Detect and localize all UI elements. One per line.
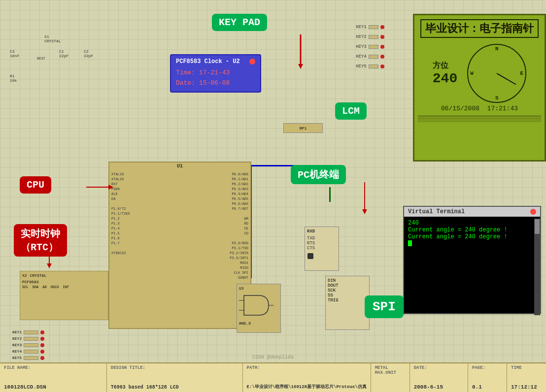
clock-close-button[interactable] [249,59,255,65]
c2-capacitor: C2 22pF [84,49,93,58]
vt-close-button[interactable] [530,209,536,215]
pcf8583-label: PCF8583 [22,280,39,284]
spi-sck: SCK [328,288,367,293]
c1-capacitor: C1 22pF [59,49,68,58]
compass-south: S [495,95,499,101]
status-bar: FILE NAME: 160128LCD.DSN DESIGN TITLE: T… [0,362,546,392]
crystal-area: X1 CRYSTAL C3 10nF C1 22pF C2 22pF R1 10… [5,30,108,128]
filename-value: 160128LCD.DSN [4,384,102,390]
bkey1-dot [40,330,44,334]
bkey2-label: KEY2 [12,336,22,341]
page-label: PAGE: [472,365,503,370]
pin-p12: P1.2 [111,217,130,221]
vt-scrollbar-thumb[interactable] [535,219,540,234]
cts-pin: CTS [307,246,315,251]
key-label-2: KEY2 [356,34,367,39]
path-value: E:\毕业设计\程序框\160128基于驱动芯片\Proteus\仿真 [247,384,367,390]
vt-line-2: Current angle = 240 degree ! [408,227,536,233]
cpu-chip-label: U1 [177,163,183,169]
bkey3-res [24,343,38,347]
date-value: 2008-6-15 [414,384,464,390]
pin-ad5: P0.5/AD5 [230,197,248,201]
clock-box: PCF8583 Clock - U2 Time: 17-21-43 Date: … [170,54,261,93]
cpu-chip: U1 XTAL19 XTAL26 RST PSEN ALE EA P1.0/T2… [108,162,251,329]
key-resistor-1 [369,25,378,29]
pin-p30-rxd: P3.0/RXD [230,241,248,245]
vt-line-3: Current angle = 240 degree ! [408,233,536,240]
and-gate-symbol [239,291,273,320]
clock-time-display: Time: 17-21-43 Date: 15-06-08 [176,68,255,89]
u3-text: AND_S [239,321,278,326]
pin-p17: P1.7 [111,241,130,245]
lcm-label: LCM [335,102,367,120]
u3-label: U3 AND_S [237,284,280,327]
pin-xt89cs: XT89CS2 [111,251,130,255]
svg-marker-3 [108,185,113,190]
pc-arrow [350,182,379,222]
pin-ad4: P0.4/AD4 [230,192,248,196]
lcd-subtitle: 方位 [433,61,457,71]
pin-rd: RD [230,222,248,226]
lcd-date: 06/15/2008 17:21:43 [441,105,518,112]
pin-p32: P3.2/INT0 [230,251,248,255]
rtc-ad: AD [42,285,46,289]
bkey1-label: KEY1 [12,330,22,334]
serial-connector-pin [307,253,313,259]
pin-cd: CD [230,231,248,235]
rtc-scl: SCL [22,285,29,289]
pin-ad2: P0.2/AD2 [230,182,248,186]
rtc-component-area: X2 CRYSTAL PCF8583 SCL SDA AD OSCO INT [20,271,108,320]
pin-wr: WR [230,217,248,221]
bottom-key4-row: KEY4 [12,349,126,354]
rtc-osco: OSCO [51,285,59,289]
bkey2-dot [40,337,44,341]
pin-ad1: P0.1/AD1 [230,177,248,181]
pin-ad0: P0.0/AD0 [230,172,248,176]
vt-scrollbar[interactable] [534,219,540,315]
cpu-right-pins: P0.0/AD0 P0.1/AD1 P0.2/AD2 P0.3/AD3 P0.4… [230,172,248,280]
lcd-screen: 毕业设计：电子指南针 方位 240 N S E W 06/15/2008 17:… [414,15,545,160]
x1-crystal: X1 CRYSTAL [44,34,61,43]
rtc-crystal-symbol: CRYSTAL [30,273,47,278]
pin-mosi: MOSI [230,261,248,265]
bkey5-dot [40,356,44,360]
pin-p14: P1.4 [111,227,130,230]
rp1-resistor-pack: RP1 [283,123,323,133]
x1-label: X1 [44,34,61,39]
pin-miso: MISO [230,266,248,270]
bkey4-dot [40,350,44,354]
status-date: DATE: 2008-6-15 [410,363,468,392]
crystal-label: CRYSTAL [44,39,61,43]
spi-ss: SS [328,293,367,298]
pin-sgnot: SGNOT [230,276,248,280]
time-value: 17:12:12 [511,384,542,390]
vt-title: Virtual Terminal [408,208,465,215]
pc-terminal-label: PC机终端 [291,165,346,184]
pin-ad7: P0.7/AD7 [230,207,248,211]
clock-title: PCF8583 Clock - U2 [176,58,240,65]
lcd-title: 毕业设计：电子指南针 [420,19,539,38]
status-design-title: DESIGN TITLE: T6963 based 168*128 LCD [107,363,243,392]
rxd-pin: RXD [307,229,315,234]
spi-trig: TRIG [328,298,367,303]
vt-line-1: 240 [408,220,536,227]
key-label-4: KEY4 [356,54,367,59]
spi-dout: DOUT [328,283,367,288]
lcd-value: 240 [433,71,457,86]
lcm-display: 毕业设计：电子指南针 方位 240 N S E W 06/15/2008 17:… [413,14,546,162]
pin-p15: P1.5 [111,231,130,235]
pin-p10: P1.0/T2 [111,207,130,211]
bkey3-dot [40,343,44,347]
compass-west: W [470,70,474,76]
compass-north: N [495,46,499,52]
spi-label: SPI [365,295,404,318]
clock-title-bar: PCF8583 Clock - U2 [176,58,255,65]
key-dot-1 [380,25,384,29]
bkey1-res [24,330,38,334]
pin-ad6: P0.6/AD6 [230,202,248,206]
vt-titlebar: Virtual Terminal [404,207,540,217]
rtc-int: INT [63,285,69,289]
lcd-compass: N S E W [467,44,526,103]
design-title-label: DESIGN TITLE: [111,365,239,370]
compass-east: E [520,70,524,76]
